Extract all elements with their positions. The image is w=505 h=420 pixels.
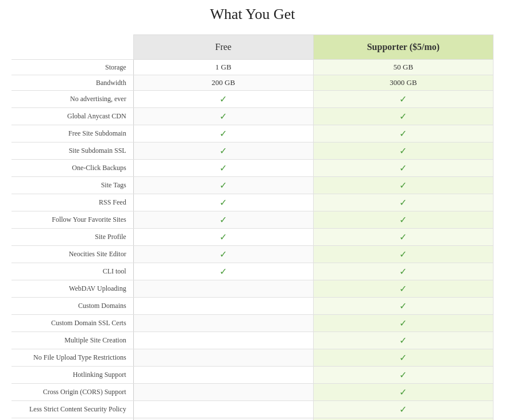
supporter-cell: ✓	[313, 108, 493, 125]
check-icon: ✓	[219, 163, 227, 173]
check-icon: ✓	[399, 301, 407, 311]
table-row: No advertising, ever✓✓	[11, 91, 494, 108]
table-row: Free Site Subdomain✓✓	[11, 125, 494, 142]
supporter-cell: ✓	[313, 142, 493, 160]
table-row: Basic Email Support✓	[11, 418, 494, 421]
row-label: RSS Feed	[11, 194, 133, 211]
supporter-cell: ✓	[313, 418, 493, 421]
supporter-cell: ✓	[313, 160, 493, 177]
check-icon: ✓	[219, 232, 227, 242]
table-row: Bandwidth200 GB3000 GB	[11, 75, 494, 91]
check-icon: ✓	[399, 94, 407, 104]
supporter-cell: ✓	[313, 246, 493, 263]
row-label: Multiple Site Creation	[11, 332, 133, 349]
row-label: Site Profile	[11, 229, 133, 246]
free-cell: ✓	[133, 177, 313, 194]
supporter-cell: ✓	[313, 125, 493, 142]
check-icon: ✓	[399, 387, 407, 397]
free-cell	[133, 280, 313, 298]
check-icon: ✓	[219, 146, 227, 156]
free-cell: ✓	[133, 194, 313, 211]
check-icon: ✓	[219, 215, 227, 225]
row-label: Less Strict Content Security Policy	[11, 401, 133, 418]
free-cell: ✓	[133, 246, 313, 263]
row-label: Storage	[11, 60, 133, 75]
free-cell	[133, 332, 313, 349]
table-row: Less Strict Content Security Policy✓	[11, 401, 494, 418]
free-cell: ✓	[133, 211, 313, 229]
table-row: RSS Feed✓✓	[11, 194, 494, 211]
check-icon: ✓	[399, 284, 407, 294]
supporter-cell: ✓	[313, 91, 493, 108]
table-row: Neocities Site Editor✓✓	[11, 246, 494, 263]
row-label: Neocities Site Editor	[11, 246, 133, 263]
page-title: What You Get	[11, 6, 494, 23]
check-icon: ✓	[219, 180, 227, 190]
row-label: Hotlinking Support	[11, 367, 133, 384]
row-label: WebDAV Uploading	[11, 280, 133, 298]
check-icon: ✓	[219, 94, 227, 104]
row-label: Global Anycast CDN	[11, 108, 133, 125]
row-label: No File Upload Type Restrictions	[11, 349, 133, 367]
free-cell	[133, 367, 313, 384]
row-label: Free Site Subdomain	[11, 125, 133, 142]
table-row: Site Subdomain SSL✓✓	[11, 142, 494, 160]
free-cell: 200 GB	[133, 75, 313, 91]
check-icon: ✓	[219, 267, 227, 276]
supporter-cell: ✓	[313, 349, 493, 367]
free-cell	[133, 401, 313, 418]
check-icon: ✓	[399, 111, 407, 121]
supporter-cell: ✓	[313, 263, 493, 280]
row-label: No advertising, ever	[11, 91, 133, 108]
comparison-table-wrapper: Free Supporter ($5/mo) Storage1 GB50 GBB…	[11, 34, 494, 420]
supporter-cell: 50 GB	[313, 60, 493, 75]
check-icon: ✓	[399, 404, 407, 414]
row-label: Cross Origin (CORS) Support	[11, 384, 133, 401]
supporter-cell: ✓	[313, 280, 493, 298]
free-cell: ✓	[133, 263, 313, 280]
comparison-table: Free Supporter ($5/mo) Storage1 GB50 GBB…	[11, 34, 494, 420]
check-icon: ✓	[399, 249, 407, 259]
row-label: One-Click Backups	[11, 160, 133, 177]
check-icon: ✓	[399, 198, 407, 207]
check-icon: ✓	[399, 370, 407, 380]
supporter-cell: ✓	[313, 367, 493, 384]
check-icon: ✓	[219, 198, 227, 207]
table-row: Custom Domain SSL Certs✓	[11, 315, 494, 332]
free-cell	[133, 349, 313, 367]
check-icon: ✓	[399, 336, 407, 345]
table-row: One-Click Backups✓✓	[11, 160, 494, 177]
check-icon: ✓	[219, 249, 227, 259]
check-icon: ✓	[219, 111, 227, 121]
free-cell: ✓	[133, 108, 313, 125]
supporter-cell: ✓	[313, 401, 493, 418]
header-empty	[11, 35, 133, 60]
table-row: Cross Origin (CORS) Support✓	[11, 384, 494, 401]
table-row: No File Upload Type Restrictions✓	[11, 349, 494, 367]
free-cell: 1 GB	[133, 60, 313, 75]
supporter-cell: ✓	[313, 229, 493, 246]
header-supporter: Supporter ($5/mo)	[313, 35, 493, 60]
table-row: Hotlinking Support✓	[11, 367, 494, 384]
free-cell: ✓	[133, 229, 313, 246]
supporter-cell: 3000 GB	[313, 75, 493, 91]
check-icon: ✓	[399, 215, 407, 225]
row-label: Bandwidth	[11, 75, 133, 91]
row-label: Custom Domains	[11, 298, 133, 315]
row-label: Site Tags	[11, 177, 133, 194]
supporter-cell: ✓	[313, 211, 493, 229]
check-icon: ✓	[399, 146, 407, 156]
check-icon: ✓	[399, 267, 407, 276]
table-row: Site Tags✓✓	[11, 177, 494, 194]
table-row: Storage1 GB50 GB	[11, 60, 494, 75]
supporter-cell: ✓	[313, 384, 493, 401]
free-cell	[133, 298, 313, 315]
free-cell: ✓	[133, 125, 313, 142]
table-row: Multiple Site Creation✓	[11, 332, 494, 349]
free-cell: ✓	[133, 160, 313, 177]
check-icon: ✓	[399, 318, 407, 328]
table-row: Site Profile✓✓	[11, 229, 494, 246]
free-cell	[133, 315, 313, 332]
check-icon: ✓	[399, 232, 407, 242]
row-label: Site Subdomain SSL	[11, 142, 133, 160]
